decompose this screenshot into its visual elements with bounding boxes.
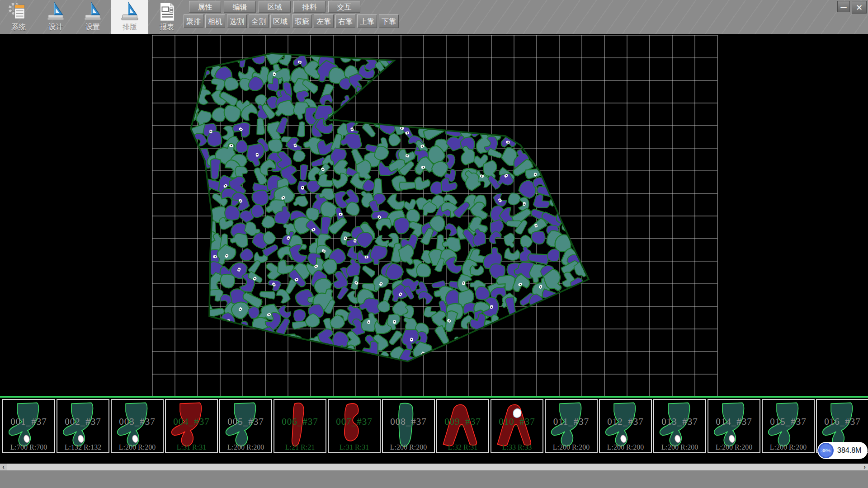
strip-divider-line <box>0 396 868 398</box>
part-lr-label: L:200 R:200 <box>546 443 597 451</box>
main-button-4[interactable]: 排版 <box>111 0 148 34</box>
part-thumbnail-009_#37[interactable]: 009_#37L:32 R:31 <box>436 399 489 453</box>
tool-button-9[interactable]: 上靠 <box>357 14 377 28</box>
part-number-label: 008_#37 <box>383 416 434 427</box>
part-number-label: 001_#37 <box>3 416 54 427</box>
part-thumbnail-003_#37[interactable]: 003_#37L:200 R:200 <box>111 399 164 453</box>
part-number-label: 004_#37 <box>166 416 217 427</box>
part-number-label: 006_#37 <box>274 416 326 427</box>
part-number-label: 003_#37 <box>112 416 163 427</box>
main-button-2[interactable]: 设计 <box>37 0 74 34</box>
part-thumbnail-011_#37[interactable]: 011_#37L:200 R:200 <box>545 399 598 453</box>
part-thumbnail-002_#37[interactable]: 002_#37L:132 R:132 <box>57 399 109 453</box>
main-button-label: 系统 <box>0 23 37 32</box>
part-number-label: 005_#37 <box>220 416 271 427</box>
scroll-right-arrow[interactable]: › <box>861 464 868 470</box>
menu-tab-4[interactable]: 排料 <box>293 1 326 13</box>
status-bar <box>0 470 868 488</box>
part-lr-label: L:21 R:21 <box>274 443 326 451</box>
parts-strip: 001_#37L:700 R:700002_#37L:132 R:132003_… <box>0 399 868 454</box>
main-button-label: 排版 <box>111 23 148 32</box>
toolbar: 系统设计设置排版报表 属性编辑区域排料交互 聚排相机选割全割区域瑕疵左靠右靠上靠… <box>0 0 868 34</box>
part-lr-label: L:200 R:200 <box>708 443 760 451</box>
menu-tab-1[interactable]: 属性 <box>189 1 221 13</box>
main-button-1[interactable]: 系统 <box>0 0 37 34</box>
part-lr-label: L:200 R:200 <box>383 443 434 451</box>
part-thumbnail-007_#37[interactable]: 007_#37L:31 R:31 <box>328 399 381 453</box>
part-lr-label: L:200 R:200 <box>220 443 271 451</box>
part-number-label: 002_#37 <box>57 416 108 427</box>
part-number-label: 015_#37 <box>763 416 814 427</box>
menu-tab-3[interactable]: 区域 <box>259 1 291 13</box>
part-lr-label: L:700 R:700 <box>3 443 54 451</box>
part-lr-label: L:200 R:200 <box>112 443 163 451</box>
tool-button-1[interactable]: 聚排 <box>184 14 203 28</box>
horizontal-scrollbar[interactable]: ‹ › <box>0 464 868 470</box>
main-button-label: 报表 <box>148 23 185 32</box>
part-number-label: 013_#37 <box>654 416 705 427</box>
minimize-button[interactable]: — <box>837 1 850 12</box>
part-lr-label: L:31 R:31 <box>329 443 380 451</box>
progress-badge[interactable]: 38% 384.8M <box>817 442 868 459</box>
part-thumbnail-006_#37[interactable]: 006_#37L:21 R:21 <box>274 399 326 453</box>
part-thumbnail-010_#37[interactable]: 010_#37L:33 R:33 <box>491 399 543 453</box>
part-number-label: 007_#37 <box>329 416 380 427</box>
tool-button-7[interactable]: 左靠 <box>314 14 334 28</box>
part-thumbnail-015_#37[interactable]: 015_#37L:200 R:200 <box>762 399 815 453</box>
design-icon <box>45 1 66 22</box>
system-icon <box>8 1 29 22</box>
part-number-label: 010_#37 <box>491 416 542 427</box>
part-number-label: 009_#37 <box>437 416 488 427</box>
part-lr-label: L:132 R:132 <box>57 443 108 451</box>
menu-tab-row: 属性编辑区域排料交互 <box>189 1 363 13</box>
tool-button-4[interactable]: 全割 <box>249 14 269 28</box>
part-thumbnail-005_#37[interactable]: 005_#37L:200 R:200 <box>219 399 272 453</box>
part-lr-label: L:31 R:31 <box>166 443 217 451</box>
part-lr-label: L:200 R:200 <box>654 443 705 451</box>
part-lr-label: L:200 R:200 <box>600 443 651 451</box>
tool-button-3[interactable]: 选割 <box>227 14 247 28</box>
scroll-left-arrow[interactable]: ‹ <box>0 464 7 470</box>
progress-percent-label: 38% <box>821 448 830 453</box>
nested-pieces <box>177 42 590 369</box>
part-number-label: 012_#37 <box>600 416 651 427</box>
part-thumbnail-013_#37[interactable]: 013_#37L:200 R:200 <box>653 399 706 453</box>
main-button-label: 设置 <box>74 23 111 32</box>
part-lr-label: L:200 R:200 <box>763 443 814 451</box>
menu-tab-5[interactable]: 交互 <box>328 1 360 13</box>
nesting-canvas[interactable] <box>0 34 868 398</box>
part-lr-label: L:33 R:33 <box>491 443 542 451</box>
settings-icon <box>82 1 103 22</box>
report-icon <box>156 1 177 22</box>
part-thumbnail-001_#37[interactable]: 001_#37L:700 R:700 <box>2 399 55 453</box>
progress-circle-38: 38% <box>818 443 834 458</box>
main-button-3[interactable]: 设置 <box>74 0 111 34</box>
main-button-label: 设计 <box>37 23 74 32</box>
part-thumbnail-004_#37[interactable]: 004_#37L:31 R:31 <box>165 399 218 453</box>
part-lr-label: L:32 R:31 <box>437 443 488 451</box>
part-thumbnail-014_#37[interactable]: 014_#37L:200 R:200 <box>708 399 760 453</box>
tool-button-row: 聚排相机选割全割区域瑕疵左靠右靠上靠下靠 <box>184 14 401 28</box>
close-button[interactable]: ✕ <box>852 1 867 14</box>
part-thumbnail-008_#37[interactable]: 008_#37L:200 R:200 <box>382 399 435 453</box>
main-button-group: 系统设计设置排版报表 <box>0 0 185 34</box>
tool-button-8[interactable]: 右靠 <box>335 14 355 28</box>
part-number-label: 014_#37 <box>708 416 760 427</box>
tool-button-5[interactable]: 区域 <box>270 14 290 28</box>
window-controls: —✕ <box>835 1 867 14</box>
app-window: 系统设计设置排版报表 属性编辑区域排料交互 聚排相机选割全割区域瑕疵左靠右靠上靠… <box>0 0 868 488</box>
part-number-label: 011_#37 <box>546 416 597 427</box>
tool-button-10[interactable]: 下靠 <box>379 14 399 28</box>
memory-size-label: 384.8M <box>837 446 861 455</box>
tool-button-6[interactable]: 瑕疵 <box>292 14 312 28</box>
main-button-5[interactable]: 报表 <box>148 0 185 34</box>
menu-tab-2[interactable]: 编辑 <box>224 1 256 13</box>
part-thumbnail-012_#37[interactable]: 012_#37L:200 R:200 <box>599 399 652 453</box>
tool-button-2[interactable]: 相机 <box>205 14 225 28</box>
part-number-label: 016_#37 <box>817 416 868 427</box>
nesting-icon <box>119 1 140 22</box>
